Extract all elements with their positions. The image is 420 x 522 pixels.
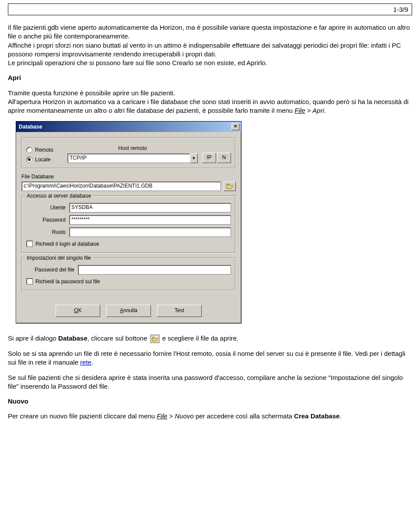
protocol-field[interactable]: TCP/IP [67,153,190,163]
cancel-mnemonic: A [120,307,123,313]
cancel-rest: nnulla [123,307,137,313]
file-db-path-field[interactable]: c:\Programmi\Caes\Horizon\Database\PAZIE… [21,181,221,191]
password-label: Password [26,216,69,223]
nv-b: > Nuovo [167,412,193,420]
dialog-titlebar: Database ✕ [16,122,241,132]
dialog-title: Database [19,123,42,130]
file-db-label: File Database [21,173,236,180]
host-row: Remoto Locale Host remoto TCP/IP ▼ [26,145,231,163]
file-pw-checkbox-row[interactable]: Richiedi la password sul file [26,278,231,285]
ruolo-field[interactable] [69,227,231,237]
nv-file: File [157,412,167,420]
rete-link[interactable]: rete [80,358,91,366]
intro-paragraph: Il file pazienti.gdb viene aperto automa… [8,23,412,67]
database-dialog: Database ✕ Remoto Locale [16,121,242,324]
dialog-body: Remoto Locale Host remoto TCP/IP ▼ [16,132,241,323]
apri-text-2b: > Apri [305,107,324,114]
file-pw-checkbox-label: Richiedi la password sul file [35,278,100,285]
ok-rest: K [78,307,82,313]
nv-end: . [340,412,341,420]
utente-label: Utente [26,204,69,211]
login-checkbox[interactable] [26,240,33,247]
ad1-bold: Database [58,334,88,342]
test-button[interactable]: Test [157,305,202,317]
file-settings-legend: Impostazioni del singolo file [25,254,92,261]
nv-a: Per creare un nuovo file pazienti clicca… [8,412,157,420]
file-password-label: Password del file [26,266,78,273]
page-number: 1-3/9 [8,3,412,15]
host-remoto-label: Host remoto [67,145,198,152]
browse-button[interactable] [224,181,236,191]
login-checkbox-row[interactable]: Richiedi il login al database [26,240,231,247]
file-password-field[interactable] [78,265,231,275]
after-dialog-3: Se sul file pazienti che si desidera apr… [8,373,412,391]
page-number-text: 1-3/9 [393,6,408,13]
apri-text-2c: . [324,107,326,114]
ok-mnemonic: O [74,307,78,313]
ad2-b: . [91,358,93,366]
file-settings-groupbox: Impostazioni del singolo file Password d… [21,258,236,291]
ok-button[interactable]: OK [56,305,100,317]
remoto-radio-row[interactable]: Remoto [26,146,63,153]
apri-heading: Apri [8,73,412,82]
folder-open-icon [226,183,233,189]
ruolo-row: Ruolo [26,227,231,237]
file-pw-checkbox[interactable] [26,278,33,285]
login-checkbox-label: Richiedi il login al database [35,240,99,247]
ad2-a: Solo se si sta aprendo un file di rete è… [8,350,405,366]
apri-text-2a: All'apertura Horizon in automatico va a … [8,98,409,114]
protocol-combo[interactable]: TCP/IP ▼ [67,153,198,163]
combo-dropdown-button[interactable]: ▼ [190,153,198,163]
ip-n-buttons: IP N [202,153,231,163]
after-dialog-1: Si apre il dialogo Database, cliccare su… [8,334,412,343]
host-center: Host remoto TCP/IP ▼ [67,145,198,163]
nv-bold: Crea Database [294,412,340,420]
file-password-row: Password del file [26,265,231,275]
radio-column: Remoto Locale [26,146,63,163]
nv-c: per accedere così alla schermata [194,412,294,420]
locale-radio-row[interactable]: Locale [26,156,63,163]
utente-row: Utente SYSDBA [26,203,231,212]
password-field[interactable]: ********* [69,215,231,225]
remoto-radio[interactable] [26,147,32,153]
nuovo-paragraph: Per creare un nuovo file pazienti clicca… [8,412,412,421]
document-content: Il file pazienti.gdb viene aperto automa… [0,23,420,436]
host-groupbox: Remoto Locale Host remoto TCP/IP ▼ [21,137,236,169]
after-dialog-2: Solo se si sta aprendo un file di rete è… [8,349,412,367]
apri-text-1: Tramite questa funzione è possibile apri… [8,89,175,97]
ip-button[interactable]: IP [202,153,216,163]
n-button[interactable]: N [217,153,231,163]
ad1-b: , cliccare sul bottone [88,334,149,342]
server-access-groupbox: Accesso al server database Utente SYSDBA… [21,195,236,253]
dialog-button-row: OK Annulla Test [21,295,236,317]
cancel-button[interactable]: Annulla [106,305,151,317]
file-database-section: File Database c:\Programmi\Caes\Horizon\… [21,173,236,191]
apri-paragraph: Tramite questa funzione è possibile apri… [8,89,412,115]
ruolo-label: Ruolo [26,229,69,236]
apri-text-file-menu: File [294,107,305,114]
locale-label: Locale [35,156,50,163]
server-access-legend: Accesso al server database [25,192,92,199]
utente-field[interactable]: SYSDBA [69,203,231,212]
close-button[interactable]: ✕ [231,123,239,130]
folder-open-icon [150,334,160,343]
remoto-label: Remoto [35,146,53,153]
locale-radio[interactable] [26,157,32,163]
ad1-c: e scegliere il file da aprire. [161,334,238,342]
ad1-a: Si apre il dialogo [8,334,58,342]
nuovo-heading: Nuovo [8,397,412,406]
password-row: Password ********* [26,215,231,225]
